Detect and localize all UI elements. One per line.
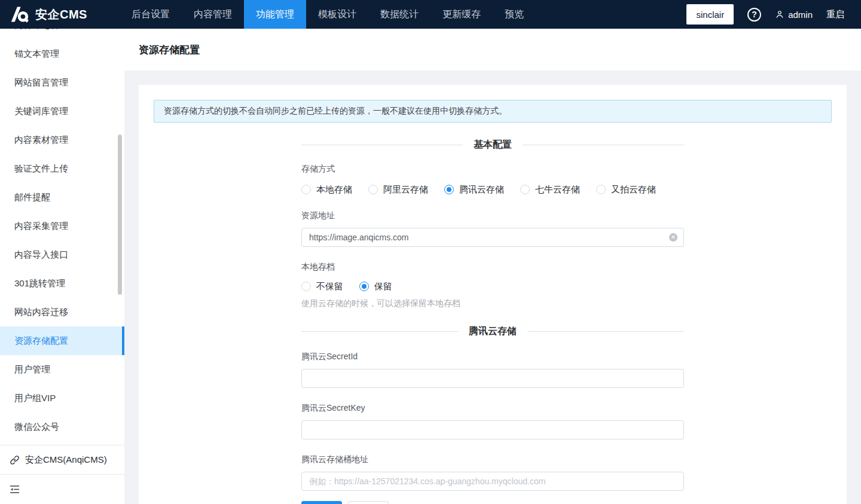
- sidebar-menu-viewport: 内容评论管理锚文本管理网站留言管理关键词库管理内容素材管理验证文件上传邮件提醒内…: [0, 29, 124, 445]
- sidebar-item-10[interactable]: 网站内容迁移: [0, 298, 124, 326]
- sidebar-item-4[interactable]: 内容素材管理: [0, 126, 124, 154]
- nav-menu-item-4[interactable]: 数据统计: [368, 0, 430, 29]
- storage-method-option-0[interactable]: 本地存储: [301, 184, 352, 196]
- sidebar-item-5[interactable]: 验证文件上传: [0, 154, 124, 183]
- secret-id-input[interactable]: [301, 369, 684, 388]
- secret-id-label: 腾讯云SecretId: [301, 350, 684, 363]
- username: admin: [788, 10, 813, 20]
- sidebar-item-12[interactable]: 用户管理: [0, 355, 124, 384]
- section-title-basic: 基本配置: [463, 138, 523, 151]
- radio-icon: [368, 185, 378, 194]
- secret-id-input-wrap: [301, 369, 684, 388]
- anqicms-logo-icon: [11, 6, 29, 23]
- submit-button[interactable]: 提 交: [301, 501, 342, 504]
- nav-menu-item-1[interactable]: 内容管理: [182, 0, 244, 29]
- nav-menu-item-2[interactable]: 功能管理: [244, 0, 306, 29]
- sidebar-scrollbar-thumb[interactable]: [118, 135, 122, 295]
- nav-menu-item-6[interactable]: 预览: [493, 0, 536, 29]
- sidebar-item-6[interactable]: 邮件提醒: [0, 183, 124, 212]
- local-archive-radio-group: 不保留保留: [301, 280, 684, 293]
- collapse-sidebar-button[interactable]: [9, 484, 20, 494]
- info-alert: 资源存储方式的切换不会自动同步之前已经上传的资源，一般不建议在使用中切换存储方式…: [154, 100, 832, 123]
- page-header: 资源存储配置: [124, 29, 861, 71]
- local-archive-help: 使用云存储的时候，可以选择保留本地存档: [301, 298, 684, 309]
- radio-icon: [301, 282, 311, 291]
- secret-key-label: 腾讯云SecretKey: [301, 401, 684, 414]
- radio-icon: [444, 185, 454, 194]
- radio-label: 又拍云存储: [611, 184, 656, 196]
- storage-config-form: 基本配置 存储方式 本地存储阿里云存储腾讯云存储七牛云存储又拍云存储 资源地址 …: [301, 138, 684, 504]
- main-content: 资源存储配置 资源存储方式的切换不会自动同步之前已经上传的资源，一般不建议在使用…: [124, 29, 861, 504]
- section-divider-tencent: 腾讯云存储: [301, 325, 684, 338]
- radio-label: 不保留: [316, 281, 343, 292]
- sidebar: 内容评论管理锚文本管理网站留言管理关键词库管理内容素材管理验证文件上传邮件提醒内…: [0, 29, 124, 504]
- brand[interactable]: 安企CMS: [0, 6, 87, 23]
- section-title-tencent: 腾讯云存储: [458, 325, 527, 338]
- bucket-url-label: 腾讯云存储桶地址: [301, 453, 684, 466]
- sidebar-item-14[interactable]: 微信公众号: [0, 413, 124, 441]
- radio-label: 腾讯云存储: [459, 184, 504, 196]
- sidebar-item-13[interactable]: 用户组VIP: [0, 384, 124, 413]
- sidebar-footer: 安企CMS(AnqiCMS): [0, 445, 124, 504]
- user-icon: [775, 10, 784, 19]
- sidebar-footer-link-label: 安企CMS(AnqiCMS): [25, 454, 107, 466]
- top-navbar: 安企CMS 后台设置内容管理功能管理模板设计数据统计更新缓存预览 sinclai…: [0, 0, 861, 29]
- sidebar-item-8[interactable]: 内容导入接口: [0, 240, 124, 269]
- form-actions: 提 交 重 置: [301, 501, 684, 504]
- radio-icon: [359, 282, 369, 291]
- sidebar-item-2[interactable]: 网站留言管理: [0, 68, 124, 97]
- bucket-url-input[interactable]: [301, 472, 684, 491]
- sidebar-item-9[interactable]: 301跳转管理: [0, 269, 124, 298]
- page-title: 资源存储配置: [139, 43, 200, 57]
- site-name-button[interactable]: sinclair: [686, 4, 734, 25]
- section-divider-basic: 基本配置: [301, 138, 684, 151]
- bucket-url-input-wrap: [301, 472, 684, 491]
- radio-label: 阿里云存储: [383, 184, 428, 196]
- nav-menu-item-0[interactable]: 后台设置: [120, 0, 182, 29]
- storage-method-option-1[interactable]: 阿里云存储: [368, 184, 428, 196]
- radio-label: 本地存储: [316, 184, 352, 196]
- info-alert-text: 资源存储方式的切换不会自动同步之前已经上传的资源，一般不建议在使用中切换存储方式…: [164, 106, 507, 117]
- resource-url-label: 资源地址: [301, 209, 684, 222]
- main-nav-menu: 后台设置内容管理功能管理模板设计数据统计更新缓存预览: [120, 0, 536, 29]
- storage-method-option-4[interactable]: 又拍云存储: [596, 184, 656, 196]
- secret-key-input[interactable]: [301, 420, 684, 439]
- brand-title: 安企CMS: [35, 7, 87, 23]
- storage-method-option-2[interactable]: 腾讯云存储: [444, 184, 504, 196]
- sidebar-item-0[interactable]: 内容评论管理: [0, 29, 124, 39]
- radio-icon: [520, 185, 530, 194]
- radio-label: 七牛云存储: [535, 184, 580, 196]
- link-icon: [10, 455, 20, 465]
- secret-key-input-wrap: [301, 420, 684, 439]
- sidebar-item-1[interactable]: 锚文本管理: [0, 39, 124, 68]
- storage-method-label: 存储方式: [301, 162, 684, 175]
- resource-url-input[interactable]: [301, 228, 684, 247]
- reset-button[interactable]: 重 置: [348, 501, 389, 504]
- navbar-right: sinclair ? admin 重启: [686, 4, 861, 25]
- sidebar-item-3[interactable]: 关键词库管理: [0, 97, 124, 126]
- help-icon[interactable]: ?: [747, 8, 761, 22]
- sidebar-collapse-row: [0, 474, 124, 504]
- radio-icon: [301, 185, 311, 194]
- sidebar-item-7[interactable]: 内容采集管理: [0, 212, 124, 240]
- radio-label: 保留: [374, 281, 392, 292]
- user-menu[interactable]: admin: [775, 10, 813, 20]
- sidebar-footer-link[interactable]: 安企CMS(AnqiCMS): [0, 445, 124, 474]
- settings-card: 资源存储方式的切换不会自动同步之前已经上传的资源，一般不建议在使用中切换存储方式…: [139, 85, 847, 504]
- sidebar-item-11[interactable]: 资源存储配置: [0, 326, 124, 355]
- storage-method-radio-group: 本地存储阿里云存储腾讯云存储七牛云存储又拍云存储: [301, 183, 684, 196]
- clear-input-icon[interactable]: ✕: [669, 233, 677, 242]
- local-archive-label: 本地存档: [301, 260, 684, 273]
- storage-method-option-3[interactable]: 七牛云存储: [520, 184, 580, 196]
- nav-menu-item-5[interactable]: 更新缓存: [430, 0, 493, 29]
- nav-menu-item-3[interactable]: 模板设计: [306, 0, 368, 29]
- local-archive-option-0[interactable]: 不保留: [301, 281, 343, 292]
- resource-url-input-wrap: ✕: [301, 228, 684, 247]
- local-archive-option-1[interactable]: 保留: [359, 281, 392, 292]
- sidebar-menu: 内容评论管理锚文本管理网站留言管理关键词库管理内容素材管理验证文件上传邮件提醒内…: [0, 29, 124, 441]
- restart-button[interactable]: 重启: [826, 9, 844, 20]
- radio-icon: [596, 185, 606, 194]
- fold-icon: [9, 484, 20, 494]
